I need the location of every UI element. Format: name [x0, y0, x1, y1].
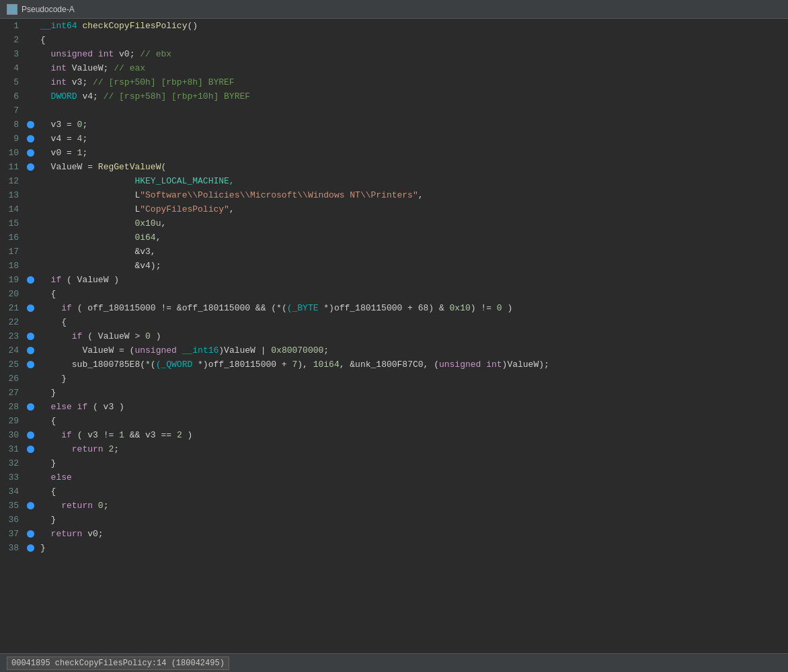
- line-number: 3: [0, 49, 24, 59]
- code-line[interactable]: 14 L"CopyFilesPolicy",: [0, 202, 788, 216]
- breakpoint-indicator[interactable]: [24, 446, 36, 453]
- code-line[interactable]: 12 HKEY_LOCAL_MACHINE,: [0, 174, 788, 188]
- code-content: else: [36, 470, 72, 485]
- code-line[interactable]: 27 }: [0, 386, 788, 400]
- code-content: v0 = 1;: [36, 146, 87, 160]
- code-line[interactable]: 34 {: [0, 485, 788, 499]
- code-content: return v0;: [36, 527, 104, 541]
- code-content: }: [36, 372, 67, 386]
- breakpoint-indicator[interactable]: [24, 149, 36, 157]
- line-number: 35: [0, 501, 24, 511]
- code-line[interactable]: 21 if ( off_180115000 != &off_180115000 …: [0, 301, 788, 315]
- code-line[interactable]: 11 ValueW = RegGetValueW(: [0, 160, 788, 174]
- code-line[interactable]: 10 v0 = 1;: [0, 146, 788, 160]
- code-line[interactable]: 20 {: [0, 287, 788, 301]
- code-line[interactable]: 26 }: [0, 372, 788, 386]
- code-line[interactable]: 6 DWORD v4; // [rsp+58h] [rbp+10h] BYREF: [0, 89, 788, 103]
- code-line[interactable]: 15 0x10u,: [0, 216, 788, 230]
- breakpoint-indicator[interactable]: [24, 276, 36, 284]
- breakpoint-indicator[interactable]: [24, 135, 36, 142]
- code-line[interactable]: 22 {: [0, 315, 788, 329]
- breakpoint-dot: [27, 530, 34, 538]
- code-line[interactable]: 8 v3 = 0;: [0, 118, 788, 132]
- code-content: else if ( v3 ): [36, 400, 124, 414]
- code-line[interactable]: 25 sub_1800785E8(*((_QWORD *)off_1801150…: [0, 358, 788, 372]
- code-content: {: [36, 33, 46, 47]
- breakpoint-indicator[interactable]: [24, 347, 36, 354]
- code-content: HKEY_LOCAL_MACHINE,: [36, 174, 235, 188]
- code-line[interactable]: 24 ValueW = (unsigned __int16)ValueW | 0…: [0, 343, 788, 358]
- line-number: 1: [0, 21, 24, 31]
- code-line[interactable]: 19 if ( ValueW ): [0, 273, 788, 287]
- line-number: 19: [0, 275, 24, 285]
- code-line[interactable]: 2{: [0, 33, 788, 47]
- breakpoint-dot: [27, 544, 34, 552]
- line-number: 11: [0, 162, 24, 172]
- breakpoint-indicator[interactable]: [24, 304, 36, 312]
- code-content: __int64 checkCopyFilesPolicy(): [36, 19, 198, 33]
- breakpoint-indicator[interactable]: [24, 121, 36, 128]
- line-number: 2: [0, 35, 24, 45]
- breakpoint-indicator[interactable]: [24, 530, 36, 538]
- code-line[interactable]: 33 else: [0, 470, 788, 485]
- pseudocode-icon: [7, 4, 17, 15]
- breakpoint-indicator[interactable]: [24, 403, 36, 411]
- code-line[interactable]: 16 0i64,: [0, 230, 788, 245]
- code-line[interactable]: 28 else if ( v3 ): [0, 400, 788, 414]
- code-line[interactable]: 23 if ( ValueW > 0 ): [0, 329, 788, 343]
- line-number: 24: [0, 345, 24, 355]
- code-line[interactable]: 1__int64 checkCopyFilesPolicy(): [0, 19, 788, 33]
- title-bar: Pseudocode-A: [0, 0, 788, 19]
- code-line[interactable]: 29 {: [0, 414, 788, 428]
- code-content: DWORD v4; // [rsp+58h] [rbp+10h] BYREF: [36, 89, 250, 103]
- line-number: 10: [0, 148, 24, 158]
- line-number: 16: [0, 233, 24, 243]
- code-line[interactable]: 17 &v3,: [0, 245, 788, 259]
- code-content: }: [36, 386, 56, 400]
- code-line[interactable]: 4 int ValueW; // eax: [0, 61, 788, 75]
- code-content: &v4);: [36, 259, 161, 273]
- breakpoint-indicator[interactable]: [24, 361, 36, 368]
- breakpoint-dot: [27, 149, 34, 157]
- code-content: {: [36, 287, 56, 301]
- code-line[interactable]: 3 unsigned int v0; // ebx: [0, 47, 788, 61]
- code-line[interactable]: 13 L"Software\\Policies\\Microsoft\\Wind…: [0, 188, 788, 202]
- code-line[interactable]: 5 int v3; // [rsp+50h] [rbp+8h] BYREF: [0, 75, 788, 89]
- line-number: 21: [0, 303, 24, 313]
- code-line[interactable]: 38}: [0, 541, 788, 555]
- code-content: if ( ValueW > 0 ): [36, 329, 161, 343]
- status-bar: 00041895 checkCopyFilesPolicy:14 (180042…: [0, 653, 788, 672]
- code-line[interactable]: 36 }: [0, 513, 788, 527]
- line-number: 29: [0, 416, 24, 426]
- code-line[interactable]: 37 return v0;: [0, 527, 788, 541]
- code-content: {: [36, 485, 56, 499]
- breakpoint-indicator[interactable]: [24, 502, 36, 509]
- code-line[interactable]: 31 return 2;: [0, 442, 788, 456]
- code-line[interactable]: 30 if ( v3 != 1 && v3 == 2 ): [0, 428, 788, 442]
- line-number: 22: [0, 317, 24, 327]
- code-line[interactable]: 7: [0, 103, 788, 118]
- code-line[interactable]: 35 return 0;: [0, 499, 788, 513]
- breakpoint-dot: [27, 403, 34, 411]
- breakpoint-indicator[interactable]: [24, 544, 36, 552]
- code-line[interactable]: 18 &v4);: [0, 259, 788, 273]
- code-content: v4 = 4;: [36, 132, 87, 146]
- breakpoint-indicator[interactable]: [24, 431, 36, 439]
- line-number: 36: [0, 515, 24, 525]
- line-number: 25: [0, 360, 24, 370]
- code-line[interactable]: 9 v4 = 4;: [0, 132, 788, 146]
- code-content: if ( v3 != 1 && v3 == 2 ): [36, 428, 192, 442]
- breakpoint-indicator[interactable]: [24, 333, 36, 340]
- line-number: 4: [0, 63, 24, 73]
- breakpoint-indicator[interactable]: [24, 163, 36, 171]
- code-content: 0i64,: [36, 230, 161, 245]
- breakpoint-dot: [27, 446, 34, 453]
- title-bar-text: Pseudocode-A: [22, 5, 75, 14]
- line-number: 20: [0, 289, 24, 299]
- line-number: 14: [0, 204, 24, 214]
- line-number: 13: [0, 190, 24, 200]
- line-number: 6: [0, 91, 24, 101]
- line-number: 7: [0, 106, 24, 116]
- code-line[interactable]: 32 }: [0, 456, 788, 470]
- code-container[interactable]: 1__int64 checkCopyFilesPolicy()2{3 unsig…: [0, 19, 788, 653]
